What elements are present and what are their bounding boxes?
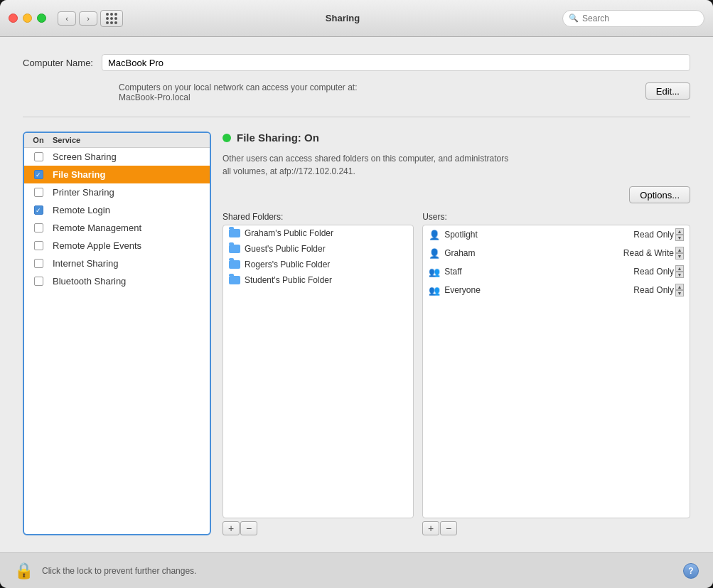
permission-staff[interactable]: Read Only ▲ ▼ <box>633 265 684 278</box>
folders-add-remove: + − <box>223 521 414 535</box>
user-row-graham[interactable]: 👤 Graham Read & Write ▲ ▼ <box>423 244 690 262</box>
service-row-remote-management[interactable]: Remote Management <box>24 219 210 237</box>
main-area: On Service Screen Sharing ✓ File Sharing <box>23 132 690 535</box>
folder-icon <box>229 245 240 253</box>
checkbox-internet-sharing[interactable] <box>34 259 43 268</box>
search-box[interactable]: 🔍 <box>562 10 704 27</box>
services-list: On Service Screen Sharing ✓ File Sharing <box>23 132 211 535</box>
folder-name: Student's Public Folder <box>245 275 332 285</box>
permission-graham[interactable]: Read & Write ▲ ▼ <box>623 247 684 260</box>
status-description: Other users can access shared folders on… <box>223 152 690 178</box>
stepper-staff[interactable]: ▲ ▼ <box>675 265 684 278</box>
services-header-service: Service <box>53 136 210 144</box>
checkbox-bluetooth-sharing[interactable] <box>34 277 43 286</box>
close-button[interactable] <box>9 14 18 23</box>
right-panel: File Sharing: On Other users can access … <box>223 132 690 535</box>
user-icon-everyone: 👥 <box>429 284 440 296</box>
help-button[interactable]: ? <box>683 563 699 579</box>
checkbox-printer-sharing[interactable] <box>34 188 43 197</box>
forward-button[interactable]: › <box>79 11 97 26</box>
options-row: Options... <box>223 186 690 203</box>
service-row-file-sharing[interactable]: ✓ File Sharing <box>24 166 210 183</box>
stepper-down-staff[interactable]: ▼ <box>675 272 684 278</box>
stepper-everyone[interactable]: ▲ ▼ <box>675 284 684 296</box>
service-name-internet-sharing: Internet Sharing <box>53 258 210 269</box>
stepper-up-spotlight[interactable]: ▲ <box>675 228 684 235</box>
search-icon: 🔍 <box>569 14 579 23</box>
folders-users-area: Shared Folders: Graham's Public Folder G… <box>223 212 690 535</box>
stepper-up-graham[interactable]: ▲ <box>675 247 684 253</box>
stepper-down-graham[interactable]: ▼ <box>675 253 684 260</box>
service-checkbox-remote-management[interactable] <box>24 223 53 232</box>
service-checkbox-remote-apple-events[interactable] <box>24 241 53 250</box>
folder-name: Graham's Public Folder <box>245 228 333 238</box>
service-name-bluetooth-sharing: Bluetooth Sharing <box>53 276 210 287</box>
service-row-bluetooth-sharing[interactable]: Bluetooth Sharing <box>24 272 210 290</box>
computer-name-input[interactable] <box>102 54 690 71</box>
back-button[interactable]: ‹ <box>58 11 76 26</box>
services-header-on: On <box>24 136 53 144</box>
service-row-remote-apple-events[interactable]: Remote Apple Events <box>24 237 210 255</box>
folder-name: Rogers's Public Folder <box>245 260 330 269</box>
permission-text-spotlight: Read Only <box>633 230 674 240</box>
user-row-everyone[interactable]: 👥 Everyone Read Only ▲ ▼ <box>423 281 690 299</box>
edit-button[interactable]: Edit... <box>645 82 690 100</box>
checkbox-remote-management[interactable] <box>34 223 43 232</box>
service-row-internet-sharing[interactable]: Internet Sharing <box>24 255 210 272</box>
users-remove-button[interactable]: − <box>440 521 457 535</box>
user-name-everyone: Everyone <box>444 285 629 295</box>
service-checkbox-bluetooth-sharing[interactable] <box>24 277 53 286</box>
content-area: Computer Name: Computers on your local n… <box>0 37 713 552</box>
lock-icon[interactable]: 🔒 <box>14 562 33 580</box>
checkbox-remote-apple-events[interactable] <box>34 241 43 250</box>
service-checkbox-internet-sharing[interactable] <box>24 259 53 268</box>
minimize-button[interactable] <box>23 14 32 23</box>
permission-spotlight[interactable]: Read Only ▲ ▼ <box>633 228 684 241</box>
grid-view-button[interactable] <box>100 10 123 27</box>
users-add-remove: + − <box>422 521 690 535</box>
service-row-screen-sharing[interactable]: Screen Sharing <box>24 148 210 166</box>
service-name-remote-login: Remote Login <box>53 205 210 215</box>
stepper-up-everyone[interactable]: ▲ <box>675 284 684 290</box>
service-checkbox-remote-login[interactable]: ✓ <box>24 205 53 215</box>
permission-text-everyone: Read Only <box>633 285 674 295</box>
stepper-graham[interactable]: ▲ ▼ <box>675 247 684 260</box>
user-icon-staff: 👥 <box>429 266 440 277</box>
list-item[interactable]: Guest's Public Folder <box>223 241 413 257</box>
service-checkbox-printer-sharing[interactable] <box>24 188 53 197</box>
options-button[interactable]: Options... <box>629 186 690 203</box>
list-item[interactable]: Rogers's Public Folder <box>223 257 413 272</box>
users-add-button[interactable]: + <box>422 521 439 535</box>
service-checkbox-screen-sharing[interactable] <box>24 152 53 161</box>
checkbox-remote-login[interactable]: ✓ <box>34 205 43 215</box>
status-dot <box>223 134 231 142</box>
user-row-staff[interactable]: 👥 Staff Read Only ▲ ▼ <box>423 262 690 281</box>
stepper-up-staff[interactable]: ▲ <box>675 265 684 272</box>
user-icon-graham: 👤 <box>429 247 440 259</box>
stepper-down-spotlight[interactable]: ▼ <box>675 235 684 241</box>
maximize-button[interactable] <box>37 14 46 23</box>
checkbox-screen-sharing[interactable] <box>34 152 43 161</box>
shared-folders-list: Graham's Public Folder Guest's Public Fo… <box>223 225 414 518</box>
stepper-spotlight[interactable]: ▲ ▼ <box>675 228 684 241</box>
lock-text: Click the lock to prevent further change… <box>42 566 675 576</box>
services-header: On Service <box>24 133 210 148</box>
grid-icon <box>106 13 117 24</box>
folders-remove-button[interactable]: − <box>240 521 257 535</box>
status-row: File Sharing: On <box>223 132 690 144</box>
nav-buttons: ‹ › <box>58 11 97 26</box>
service-checkbox-file-sharing[interactable]: ✓ <box>24 170 53 179</box>
permission-everyone[interactable]: Read Only ▲ ▼ <box>633 284 684 296</box>
service-row-remote-login[interactable]: ✓ Remote Login <box>24 201 210 219</box>
status-text: File Sharing: On <box>237 132 319 144</box>
folders-add-button[interactable]: + <box>223 521 240 535</box>
list-item[interactable]: Student's Public Folder <box>223 272 413 288</box>
list-item[interactable]: Graham's Public Folder <box>223 225 413 241</box>
checkbox-file-sharing[interactable]: ✓ <box>34 170 43 179</box>
service-name-screen-sharing: Screen Sharing <box>53 151 210 162</box>
search-input[interactable] <box>582 14 698 23</box>
user-row-spotlight[interactable]: 👤 Spotlight Read Only ▲ ▼ <box>423 225 690 244</box>
stepper-down-everyone[interactable]: ▼ <box>675 290 684 296</box>
service-row-printer-sharing[interactable]: Printer Sharing <box>24 183 210 201</box>
users-label: Users: <box>422 212 690 222</box>
